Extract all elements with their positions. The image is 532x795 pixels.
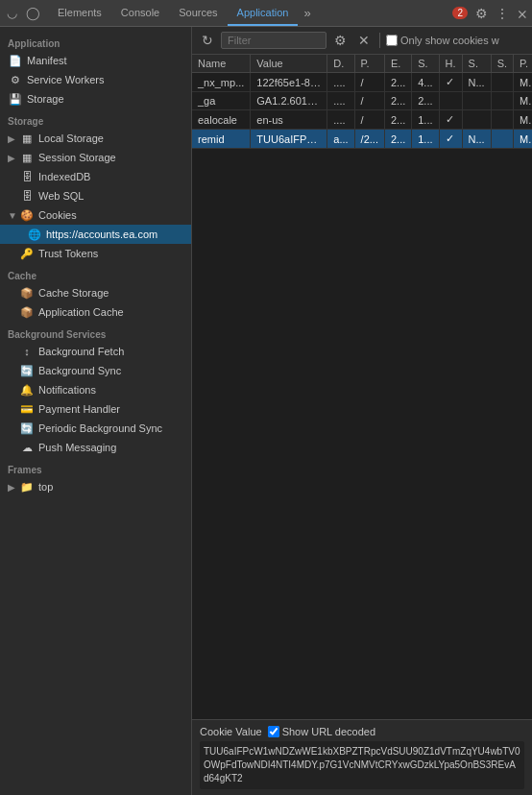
table-cell: 2... bbox=[412, 92, 439, 110]
sidebar-item-session-storage[interactable]: ▶ ▦ Session Storage bbox=[0, 148, 191, 167]
sidebar-item-trust-tokens[interactable]: ▶ 🔑 Trust Tokens bbox=[0, 244, 191, 263]
bg-section-label: Background Services bbox=[0, 322, 191, 342]
col-h[interactable]: H. bbox=[439, 55, 462, 73]
sidebar-item-manifest[interactable]: 📄 Manifest bbox=[0, 51, 191, 70]
table-cell: 122f65e1-860... bbox=[251, 73, 327, 92]
table-cell bbox=[491, 92, 513, 110]
cookie-value-label: Cookie Value bbox=[200, 726, 262, 737]
more-icon[interactable]: ⋮ bbox=[496, 6, 509, 21]
trust-tokens-icon: 🔑 bbox=[19, 246, 35, 261]
tab-bar-right: 2 ⚙ ⋮ ⨯ bbox=[452, 6, 528, 21]
only-cookies-checkbox[interactable] bbox=[386, 35, 398, 46]
expand-arrow-session-storage: ▶ bbox=[8, 153, 19, 163]
toolbar-separator bbox=[379, 33, 380, 48]
table-cell: ✓ bbox=[439, 73, 462, 92]
session-storage-icon: ▦ bbox=[19, 150, 35, 165]
sidebar-item-local-storage[interactable]: ▶ ▦ Local Storage bbox=[0, 129, 191, 148]
local-storage-icon: ▦ bbox=[19, 131, 35, 146]
cookie-table[interactable]: Name Value D. P. E. S. H. S. S. P. _nx_m… bbox=[192, 55, 532, 719]
table-row[interactable]: _gaGA1.2.601603......./2...2...M. bbox=[192, 92, 532, 110]
bg-fetch-icon: ↕ bbox=[19, 344, 35, 359]
col-d[interactable]: D. bbox=[327, 55, 354, 73]
table-cell: remid bbox=[192, 130, 251, 149]
storage-section-label: Storage bbox=[0, 108, 191, 129]
table-cell: .... bbox=[327, 73, 354, 92]
push-icon: ☁ bbox=[19, 440, 35, 455]
sidebar-item-indexeddb[interactable]: ▶ 🗄 IndexedDB bbox=[0, 167, 191, 186]
filter-input[interactable] bbox=[221, 32, 326, 49]
frames-section-label: Frames bbox=[0, 457, 191, 477]
device-icon[interactable]: ◯ bbox=[25, 6, 40, 21]
table-cell: ✓ bbox=[439, 130, 462, 149]
col-s3[interactable]: S. bbox=[491, 55, 513, 73]
only-cookies-label[interactable]: Only show cookies w bbox=[386, 35, 499, 46]
top-frame-arrow: ▶ bbox=[8, 482, 19, 493]
table-cell: _nx_mp... bbox=[192, 73, 251, 92]
table-cell: 1... bbox=[412, 130, 439, 149]
col-name[interactable]: Name bbox=[192, 55, 251, 73]
expand-arrow-cookies: ▼ bbox=[8, 210, 19, 221]
tab-more-button[interactable]: » bbox=[298, 6, 316, 20]
table-body: _nx_mp...122f65e1-860......./2...4...✓N.… bbox=[192, 73, 532, 149]
table-row[interactable]: ealocaleen-us..../2...1...✓M. bbox=[192, 110, 532, 130]
col-e[interactable]: E. bbox=[384, 55, 411, 73]
periodic-sync-icon: 🔄 bbox=[19, 421, 35, 436]
col-p[interactable]: P. bbox=[354, 55, 384, 73]
sidebar-item-ea-domain[interactable]: 🌐 https://accounts.ea.com bbox=[0, 225, 191, 244]
table-cell: /2... bbox=[354, 130, 384, 149]
table-cell: / bbox=[354, 92, 384, 110]
cookie-value-text: TUU6aIFPcW1wNDZwWE1kbXBPZTRpcVdSUU90Z1dV… bbox=[200, 741, 524, 789]
col-value[interactable]: Value bbox=[251, 55, 327, 73]
col-s2[interactable]: S. bbox=[462, 55, 491, 73]
cookie-value-header: Cookie Value Show URL decoded bbox=[200, 726, 524, 737]
sidebar-item-app-cache[interactable]: ▶ 📦 Application Cache bbox=[0, 302, 191, 322]
sidebar-item-service-workers[interactable]: ⚙ Service Workers bbox=[0, 70, 191, 89]
table-row[interactable]: remidTUU6aIFPcW1...a.../2...2...1...✓N..… bbox=[192, 130, 532, 149]
sidebar-item-bg-fetch[interactable]: ▶ ↕ Background Fetch bbox=[0, 342, 191, 361]
app-cache-icon: 📦 bbox=[19, 304, 35, 320]
storage-icon: 💾 bbox=[8, 91, 23, 107]
clear-filter-button[interactable]: ✕ bbox=[354, 31, 374, 50]
sidebar-item-top-frame[interactable]: ▶ 📁 top bbox=[0, 477, 191, 496]
payment-icon: 💳 bbox=[19, 401, 35, 417]
tab-sources[interactable]: Sources bbox=[169, 0, 227, 26]
table-cell bbox=[491, 73, 513, 92]
sidebar-item-payment-handler[interactable]: ▶ 💳 Payment Handler bbox=[0, 399, 191, 419]
dock-icon[interactable]: ⨯ bbox=[517, 6, 528, 21]
sidebar-item-cache-storage[interactable]: ▶ 📦 Cache Storage bbox=[0, 283, 191, 302]
domain-icon: 🌐 bbox=[27, 227, 42, 242]
table-cell: 2... bbox=[384, 92, 411, 110]
sidebar: Application 📄 Manifest ⚙ Service Workers… bbox=[0, 27, 192, 795]
refresh-button[interactable]: ↻ bbox=[198, 31, 217, 50]
sidebar-item-storage[interactable]: 💾 Storage bbox=[0, 89, 191, 108]
col-p2[interactable]: P. bbox=[514, 55, 532, 73]
cache-storage-icon: 📦 bbox=[19, 285, 35, 301]
settings-icon[interactable]: ⚙ bbox=[475, 6, 488, 21]
cookie-value-panel: Cookie Value Show URL decoded TUU6aIFPcW… bbox=[192, 719, 532, 795]
cache-section-label: Cache bbox=[0, 263, 191, 283]
tab-elements[interactable]: Elements bbox=[48, 0, 111, 26]
error-badge: 2 bbox=[452, 7, 468, 19]
show-decoded-label[interactable]: Show URL decoded bbox=[268, 726, 375, 737]
filter-settings-button[interactable]: ⚙ bbox=[330, 31, 351, 50]
tab-console[interactable]: Console bbox=[111, 0, 169, 26]
inspect-icon[interactable]: ◡ bbox=[4, 6, 19, 21]
sidebar-item-cookies[interactable]: ▼ 🍪 Cookies bbox=[0, 205, 191, 225]
sidebar-item-push-messaging[interactable]: ▶ ☁ Push Messaging bbox=[0, 438, 191, 457]
col-s1[interactable]: S. bbox=[412, 55, 439, 73]
table-cell: a... bbox=[327, 130, 354, 149]
sidebar-item-periodic-bg-sync[interactable]: ▶ 🔄 Periodic Background Sync bbox=[0, 419, 191, 438]
sidebar-item-web-sql[interactable]: ▶ 🗄 Web SQL bbox=[0, 186, 191, 205]
table-cell: _ga bbox=[192, 92, 251, 110]
tab-application[interactable]: Application bbox=[228, 0, 299, 26]
cookie-toolbar: ↻ ⚙ ✕ Only show cookies w bbox=[192, 27, 532, 55]
show-decoded-checkbox[interactable] bbox=[268, 726, 279, 737]
table-cell: 2... bbox=[384, 130, 411, 149]
sidebar-item-bg-sync[interactable]: ▶ 🔄 Background Sync bbox=[0, 361, 191, 380]
table-cell: 2... bbox=[384, 73, 411, 92]
sidebar-item-notifications[interactable]: ▶ 🔔 Notifications bbox=[0, 380, 191, 399]
table-cell: 1... bbox=[412, 110, 439, 130]
table-cell: ✓ bbox=[439, 110, 462, 130]
table-cell: .... bbox=[327, 92, 354, 110]
table-row[interactable]: _nx_mp...122f65e1-860......./2...4...✓N.… bbox=[192, 73, 532, 92]
